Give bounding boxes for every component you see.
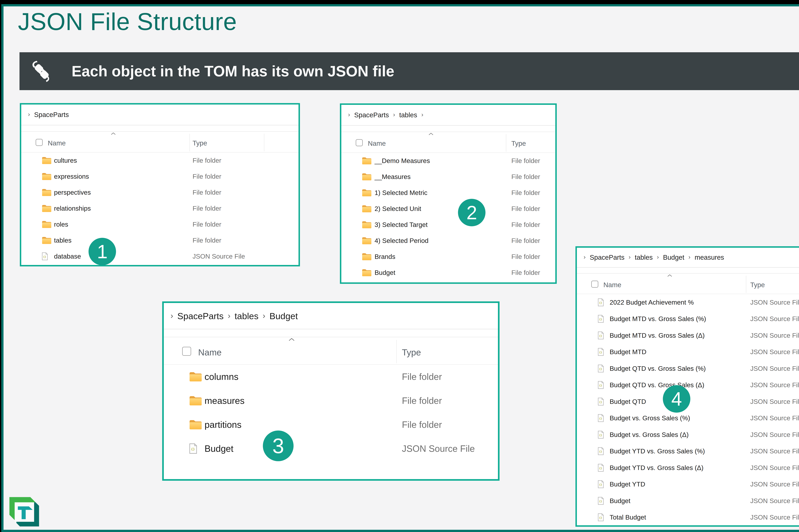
file-row[interactable]: {}2022 Budget Achievement %JSON Source F…	[577, 294, 799, 311]
file-row[interactable]: expressionsFile folder	[21, 168, 299, 185]
column-header-type[interactable]: Type	[402, 347, 421, 358]
breadcrumb-item[interactable]: SpaceParts	[354, 111, 389, 119]
file-row[interactable]: {}Budget vs. Gross Sales (%)JSON Source …	[577, 410, 799, 426]
file-type: File folder	[511, 221, 540, 229]
breadcrumb-item[interactable]: SpaceParts	[177, 311, 224, 321]
file-type: JSON Source File	[750, 331, 799, 339]
file-row[interactable]: __Demo MeasuresFile folder	[341, 153, 555, 169]
file-row[interactable]: columnsFile folder	[164, 365, 498, 389]
column-header-name[interactable]: Name	[48, 139, 66, 147]
file-type: File folder	[193, 205, 221, 212]
chevron-right-icon: ›	[657, 253, 659, 261]
svg-text:{}: {}	[43, 255, 46, 258]
column-divider[interactable]	[396, 340, 397, 363]
breadcrumb-item[interactable]: Budget	[663, 253, 684, 261]
breadcrumb-item[interactable]: SpaceParts	[34, 111, 69, 118]
column-header-type[interactable]: Type	[193, 139, 207, 147]
column-divider[interactable]	[746, 276, 746, 293]
file-row[interactable]: BrandsFile folder	[341, 249, 555, 265]
column-header-type[interactable]: Type	[511, 140, 526, 147]
file-row[interactable]: 2) Selected UnitFile folder	[341, 201, 555, 217]
callout-banner: Each object in the TOM has its own JSON …	[19, 52, 799, 90]
file-row[interactable]: {}Total BudgetJSON Source File	[577, 509, 799, 526]
file-name: Budget QTD vs. Gross Sales (Δ)	[610, 381, 704, 389]
file-row[interactable]: partitionsFile folder	[164, 413, 498, 437]
select-all-checkbox[interactable]	[36, 139, 43, 146]
breadcrumb-item[interactable]: measures	[695, 253, 724, 261]
file-row[interactable]: {}databaseJSON Source File	[21, 248, 299, 264]
folder-icon	[362, 269, 372, 277]
svg-text:{}: {}	[599, 318, 602, 321]
svg-text:{}: {}	[599, 483, 602, 486]
toolbar-strip	[21, 125, 299, 132]
select-all-checkbox[interactable]	[182, 347, 191, 356]
file-name: perspectives	[54, 189, 91, 196]
step-badge-2: 2	[458, 199, 486, 226]
file-name: Budget MTD vs. Gross Sales (Δ)	[610, 331, 705, 339]
file-type: File folder	[402, 395, 442, 406]
file-row[interactable]: perspectivesFile folder	[21, 185, 299, 201]
file-row[interactable]: {}Budget YTD vs. Gross Sales (Δ)JSON Sou…	[577, 459, 799, 476]
file-list: __Demo MeasuresFile folder__MeasuresFile…	[341, 153, 555, 281]
file-row[interactable]: {}Budget MTD vs. Gross Sales (%)JSON Sou…	[577, 311, 799, 327]
file-row[interactable]: {}Budget YTD vs. Gross Sales (%)JSON Sou…	[577, 443, 799, 460]
file-row[interactable]: {}Budget MTD vs. Gross Sales (Δ)JSON Sou…	[577, 327, 799, 344]
file-row[interactable]: 1) Selected MetricFile folder	[341, 185, 555, 201]
file-name: __Demo Measures	[375, 157, 430, 165]
svg-text:{}: {}	[599, 434, 602, 436]
file-name: Budget vs. Gross Sales (%)	[610, 414, 690, 422]
breadcrumb-item[interactable]: tables	[399, 111, 417, 119]
breadcrumb-item[interactable]: tables	[234, 311, 259, 321]
file-row[interactable]: tablesFile folder	[21, 232, 299, 248]
file-type: JSON Source File	[750, 431, 799, 438]
column-header-name[interactable]: Name	[198, 347, 222, 358]
file-row[interactable]: measuresFile folder	[164, 389, 498, 413]
file-row[interactable]: rolesFile folder	[21, 216, 299, 232]
file-row[interactable]: {}Budget YTDJSON Source File	[577, 476, 799, 493]
file-row[interactable]: 3) Selected TargetFile folder	[341, 217, 555, 233]
file-row[interactable]: relationshipsFile folder	[21, 201, 299, 216]
breadcrumb-item[interactable]: Budget	[269, 311, 298, 321]
column-header-name[interactable]: Name	[603, 281, 621, 289]
file-type: JSON Source File	[750, 497, 799, 505]
column-divider[interactable]	[190, 134, 190, 151]
file-row[interactable]: BudgetFile folder	[341, 265, 555, 281]
folder-icon	[362, 173, 372, 181]
file-row[interactable]: culturesFile folder	[21, 152, 299, 168]
breadcrumb-item[interactable]: tables	[635, 253, 653, 261]
folder-icon	[362, 237, 372, 245]
plug-disconnected-icon	[30, 59, 54, 83]
banner-text: Each object in the TOM has its own JSON …	[72, 63, 394, 80]
file-row[interactable]: {}BudgetJSON Source File	[577, 493, 799, 509]
file-row[interactable]: {}Budget MTDJSON Source File	[577, 344, 799, 360]
file-name: cultures	[54, 157, 77, 164]
json-file-icon: {}	[598, 331, 604, 339]
step-badge-4: 4	[663, 385, 690, 413]
file-row[interactable]: {}Budget QTD vs. Gross Sales (%)JSON Sou…	[577, 360, 799, 377]
svg-text:{}: {}	[599, 367, 602, 370]
file-name: partitions	[205, 419, 242, 430]
file-name: Budget YTD	[610, 480, 645, 488]
file-row[interactable]: 4) Selected PeriodFile folder	[341, 233, 555, 249]
file-row[interactable]: {}Budget QTD vs. Gross Sales (Δ)JSON Sou…	[577, 377, 799, 394]
select-all-checkbox[interactable]	[591, 281, 598, 288]
tabular-editor-logo	[8, 495, 40, 529]
select-all-checkbox[interactable]	[356, 139, 363, 146]
folder-icon	[189, 395, 202, 406]
file-row[interactable]: __MeasuresFile folder	[341, 169, 555, 185]
breadcrumb: ›SpaceParts›tables›	[341, 105, 555, 126]
column-divider[interactable]	[264, 134, 264, 151]
column-header-name[interactable]: Name	[368, 140, 386, 147]
breadcrumb-item[interactable]: SpaceParts	[590, 253, 625, 261]
page-title: JSON File Structure	[18, 8, 237, 36]
explorer-window-measures: ›SpaceParts›tables›Budget›measures Name …	[575, 246, 799, 527]
json-file-icon: {}	[598, 381, 604, 389]
json-file-icon: {}	[598, 348, 604, 356]
column-divider[interactable]	[506, 134, 506, 152]
file-row[interactable]: {}BudgetJSON Source File	[164, 437, 498, 460]
file-name: Budget	[205, 443, 233, 454]
column-header-type[interactable]: Type	[750, 281, 765, 289]
file-type: JSON Source File	[750, 448, 799, 455]
file-row[interactable]: {}Budget vs. Gross Sales (Δ)JSON Source …	[577, 426, 799, 443]
column-headers: Name Type	[577, 273, 799, 294]
